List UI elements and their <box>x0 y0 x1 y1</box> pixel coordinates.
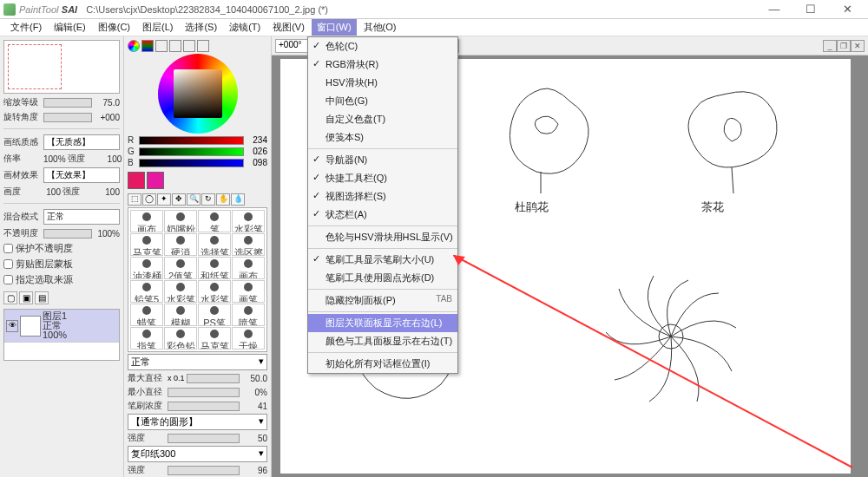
menu-item[interactable]: 隐藏控制面板(P)TAB <box>308 291 457 310</box>
color-wheel[interactable] <box>128 54 267 134</box>
rotate-tool-icon[interactable]: ↻ <box>201 193 215 206</box>
hand-tool-icon[interactable]: ✋ <box>216 193 230 206</box>
effect-dropdown[interactable]: 【无效果】 <box>43 167 120 183</box>
close-button[interactable]: ✕ <box>835 3 859 16</box>
menu-item[interactable]: 初始化所有对话框位置(I) <box>308 355 457 373</box>
menu-item[interactable]: HSV滑块(H) <box>308 74 457 92</box>
protect-alpha-check[interactable]: 保护不透明度 <box>3 242 120 255</box>
menu-file[interactable]: 文件(F) <box>5 19 47 36</box>
brush-cell[interactable]: 2值笔 <box>164 257 197 279</box>
brush-cell[interactable]: 油漆桶 <box>130 257 163 279</box>
b-slider[interactable] <box>139 159 244 167</box>
brush-cell[interactable]: 笔 <box>198 210 231 232</box>
blend-dropdown[interactable]: 正常 <box>43 209 120 225</box>
brush-cell[interactable]: 水彩笔 <box>198 280 231 303</box>
brush-cell[interactable]: 硬消 <box>164 233 197 256</box>
fg-color[interactable] <box>128 172 145 189</box>
brush-size-slider[interactable] <box>187 374 240 383</box>
menu-item[interactable]: 便笺本S) <box>308 128 457 147</box>
move-tool-icon[interactable]: ✥ <box>172 193 186 206</box>
brush-cell[interactable]: 喷笔 <box>232 304 265 326</box>
brush-cell[interactable]: 画笔 <box>232 280 265 303</box>
menu-window[interactable]: 窗口(W) <box>312 19 357 36</box>
menu-canvas[interactable]: 图像(C) <box>93 19 135 36</box>
brush-cell[interactable]: 和纸笔 <box>198 257 231 279</box>
brush-cell[interactable]: 彩色铅 <box>164 327 197 350</box>
texture-dropdown[interactable]: 【无质感】 <box>43 134 120 150</box>
menu-item[interactable]: 图层关联面板显示在右边(L) <box>308 314 457 332</box>
menu-item[interactable]: 中间色(G) <box>308 92 457 110</box>
hsv-slider-icon[interactable] <box>155 40 168 52</box>
menu-other[interactable]: 其他(O) <box>358 19 402 36</box>
new-layer-button[interactable]: ▢ <box>3 291 17 304</box>
new-linework-button[interactable]: ▤ <box>35 291 49 304</box>
brush-cell[interactable]: 选区擦 <box>232 233 265 256</box>
brush-cell[interactable]: 蜡笔 <box>130 304 163 326</box>
menu-filter[interactable]: 滤镜(T) <box>224 19 266 36</box>
rotate-slider[interactable] <box>43 113 92 122</box>
brush-cell[interactable]: 干燥 <box>232 327 265 350</box>
clip-mask-check[interactable]: 剪贴图层蒙板 <box>3 258 120 271</box>
brush-shape-dropdown[interactable]: 【通常的圆形】▾ <box>128 414 267 430</box>
scratchpad-icon[interactable] <box>197 40 209 52</box>
visibility-icon[interactable]: 👁 <box>6 320 18 332</box>
wand-tool-icon[interactable]: ✦ <box>157 193 171 206</box>
new-folder-button[interactable]: ▣ <box>19 291 33 304</box>
doc-min-icon[interactable]: _ <box>823 40 837 52</box>
layer-item[interactable]: 👁 图层1正常100% <box>4 310 119 343</box>
doc-restore-icon[interactable]: ❐ <box>837 40 851 52</box>
doc-close-icon[interactable]: ✕ <box>851 40 865 52</box>
paper-strength-slider[interactable] <box>168 466 240 475</box>
brush-cell[interactable]: 画布 <box>232 257 265 279</box>
color-wheel-icon[interactable] <box>128 40 140 52</box>
menu-item[interactable]: 色轮(C) <box>308 37 457 56</box>
brush-cell[interactable]: 铅笔5 <box>130 280 163 303</box>
menu-item[interactable]: 视图选择栏(S) <box>308 187 457 206</box>
brush-min-slider[interactable] <box>168 388 240 397</box>
brush-paper-dropdown[interactable]: 复印纸300▾ <box>128 446 267 462</box>
menu-item[interactable]: 颜色与工具面板显示在右边(T) <box>308 332 457 350</box>
maximize-button[interactable]: ☐ <box>799 3 823 16</box>
zoom-tool-icon[interactable]: 🔍 <box>187 193 201 206</box>
brush-cell[interactable]: 水彩笔 <box>164 280 197 303</box>
menu-item[interactable]: 状态栏(A) <box>308 206 457 224</box>
shape-strength-slider[interactable] <box>168 434 240 443</box>
r-slider[interactable] <box>139 136 244 145</box>
bg-color[interactable] <box>147 172 164 189</box>
menu-item[interactable]: 色轮与HSV滑块用HSL显示(V) <box>308 228 457 246</box>
rgb-slider-icon[interactable] <box>141 40 154 52</box>
menu-item[interactable]: 导航器(N) <box>308 151 457 169</box>
menu-view[interactable]: 视图(V) <box>267 19 310 36</box>
menu-item[interactable]: 快捷工具栏(Q) <box>308 169 457 187</box>
menu-item[interactable]: 自定义色盘(T) <box>308 110 457 128</box>
menu-item[interactable]: 笔刷工具显示笔刷大小(U) <box>308 251 457 269</box>
navigator-thumbnail[interactable] <box>3 40 120 94</box>
menu-item[interactable]: 笔刷工具使用圆点光标(D) <box>308 269 457 287</box>
palette-icon[interactable] <box>183 40 195 52</box>
brush-cell[interactable]: 水彩笔 <box>232 210 265 232</box>
menu-edit[interactable]: 编辑(E) <box>49 19 91 36</box>
brush-cell[interactable]: PS笔刷 <box>198 304 231 326</box>
g-slider[interactable] <box>139 147 244 156</box>
lasso-tool-icon[interactable]: ◯ <box>142 193 156 206</box>
angle-input[interactable]: +000° <box>275 39 310 53</box>
brush-density-slider[interactable] <box>168 402 240 411</box>
menu-layer[interactable]: 图层(L) <box>137 19 178 36</box>
spec-origin-check[interactable]: 指定选取来源 <box>3 273 120 286</box>
menu-item[interactable]: RGB滑块(R) <box>308 56 457 74</box>
opacity-slider[interactable] <box>43 229 92 238</box>
brush-blend-dropdown[interactable]: 正常▾ <box>128 354 267 370</box>
intermediate-icon[interactable] <box>169 40 181 52</box>
brush-cell[interactable]: 模糊 <box>164 304 197 326</box>
brush-cell[interactable]: 选择笔 <box>198 233 231 256</box>
brush-cell[interactable]: 奶嘴粉 <box>164 210 197 232</box>
brush-cell[interactable]: 马克笔 <box>198 327 231 350</box>
brush-cell[interactable]: 马克笔 <box>130 233 163 256</box>
brush-cell[interactable]: 指笔 <box>130 327 163 350</box>
marquee-tool-icon[interactable]: ⬚ <box>128 193 141 206</box>
menu-select[interactable]: 选择(S) <box>180 19 222 36</box>
brush-cell[interactable]: 画布 <box>130 210 163 232</box>
zoom-slider[interactable] <box>43 98 92 108</box>
minimize-button[interactable]: — <box>762 3 786 16</box>
eyedropper-tool-icon[interactable]: 💧 <box>231 193 245 206</box>
